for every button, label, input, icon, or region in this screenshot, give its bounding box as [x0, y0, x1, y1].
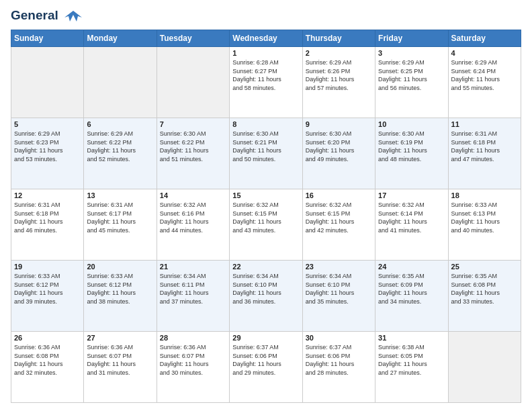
- day-info: Sunrise: 6:29 AM Sunset: 6:25 PM Dayligh…: [378, 58, 445, 92]
- day-number: 3: [378, 49, 445, 57]
- calendar-cell: 17Sunrise: 6:32 AM Sunset: 6:14 PM Dayli…: [375, 189, 448, 261]
- calendar-cell: 23Sunrise: 6:34 AM Sunset: 6:10 PM Dayli…: [302, 261, 375, 332]
- day-info: Sunrise: 6:31 AM Sunset: 6:17 PM Dayligh…: [87, 201, 153, 234]
- calendar-dow-saturday: Saturday: [448, 30, 521, 47]
- calendar-dow-thursday: Thursday: [302, 30, 375, 47]
- page: General SundayMondayTuesdayWednesdayThur…: [0, 0, 532, 411]
- calendar-cell: 27Sunrise: 6:36 AM Sunset: 6:07 PM Dayli…: [84, 332, 157, 403]
- calendar-dow-friday: Friday: [375, 30, 448, 47]
- day-info: Sunrise: 6:34 AM Sunset: 6:10 PM Dayligh…: [306, 272, 372, 306]
- day-info: Sunrise: 6:29 AM Sunset: 6:23 PM Dayligh…: [14, 130, 81, 163]
- calendar-cell: 10Sunrise: 6:30 AM Sunset: 6:19 PM Dayli…: [375, 118, 448, 189]
- day-number: 6: [87, 120, 153, 128]
- calendar-cell: 4Sunrise: 6:29 AM Sunset: 6:24 PM Daylig…: [448, 47, 521, 118]
- calendar-week-row: 12Sunrise: 6:31 AM Sunset: 6:18 PM Dayli…: [11, 189, 521, 261]
- calendar-cell: 16Sunrise: 6:32 AM Sunset: 6:15 PM Dayli…: [302, 189, 375, 261]
- header: General: [11, 8, 521, 24]
- day-number: 30: [306, 334, 372, 342]
- day-info: Sunrise: 6:35 AM Sunset: 6:09 PM Dayligh…: [378, 272, 445, 306]
- calendar-week-row: 1Sunrise: 6:28 AM Sunset: 6:27 PM Daylig…: [11, 47, 521, 118]
- calendar-cell: [157, 47, 229, 118]
- calendar-cell: 13Sunrise: 6:31 AM Sunset: 6:17 PM Dayli…: [84, 189, 157, 261]
- calendar-cell: 31Sunrise: 6:38 AM Sunset: 6:05 PM Dayli…: [375, 332, 448, 403]
- day-info: Sunrise: 6:30 AM Sunset: 6:22 PM Dayligh…: [160, 130, 226, 163]
- day-number: 15: [232, 191, 299, 199]
- calendar-cell: 11Sunrise: 6:31 AM Sunset: 6:18 PM Dayli…: [448, 118, 521, 189]
- day-number: 31: [378, 334, 445, 342]
- day-number: 11: [451, 120, 518, 128]
- day-number: 19: [14, 263, 81, 271]
- calendar-table: SundayMondayTuesdayWednesdayThursdayFrid…: [11, 30, 521, 403]
- day-info: Sunrise: 6:36 AM Sunset: 6:07 PM Dayligh…: [160, 343, 226, 377]
- day-info: Sunrise: 6:29 AM Sunset: 6:26 PM Dayligh…: [306, 58, 372, 92]
- day-number: 21: [160, 263, 226, 271]
- calendar-cell: 29Sunrise: 6:37 AM Sunset: 6:06 PM Dayli…: [230, 332, 302, 403]
- day-info: Sunrise: 6:33 AM Sunset: 6:13 PM Dayligh…: [451, 201, 518, 234]
- calendar-cell: 30Sunrise: 6:37 AM Sunset: 6:06 PM Dayli…: [302, 332, 375, 403]
- day-number: 1: [232, 49, 299, 57]
- calendar-week-row: 19Sunrise: 6:33 AM Sunset: 6:12 PM Dayli…: [11, 261, 521, 332]
- day-number: 14: [160, 191, 226, 199]
- calendar-cell: 15Sunrise: 6:32 AM Sunset: 6:15 PM Dayli…: [230, 189, 302, 261]
- day-info: Sunrise: 6:29 AM Sunset: 6:24 PM Dayligh…: [451, 58, 518, 92]
- day-info: Sunrise: 6:36 AM Sunset: 6:08 PM Dayligh…: [14, 343, 81, 377]
- calendar-week-row: 26Sunrise: 6:36 AM Sunset: 6:08 PM Dayli…: [11, 332, 521, 403]
- day-number: 23: [306, 263, 372, 271]
- calendar-cell: 19Sunrise: 6:33 AM Sunset: 6:12 PM Dayli…: [11, 261, 84, 332]
- calendar-dow-tuesday: Tuesday: [157, 30, 229, 47]
- calendar-cell: 21Sunrise: 6:34 AM Sunset: 6:11 PM Dayli…: [157, 261, 229, 332]
- day-number: 20: [87, 263, 153, 271]
- day-number: 5: [14, 120, 81, 128]
- calendar-cell: 28Sunrise: 6:36 AM Sunset: 6:07 PM Dayli…: [157, 332, 229, 403]
- logo-general: General: [11, 8, 83, 24]
- day-number: 2: [306, 49, 372, 57]
- calendar-cell: [448, 332, 521, 403]
- day-number: 27: [87, 334, 153, 342]
- day-info: Sunrise: 6:33 AM Sunset: 6:12 PM Dayligh…: [14, 272, 81, 306]
- day-info: Sunrise: 6:31 AM Sunset: 6:18 PM Dayligh…: [14, 201, 81, 234]
- day-number: 18: [451, 191, 518, 199]
- calendar-week-row: 5Sunrise: 6:29 AM Sunset: 6:23 PM Daylig…: [11, 118, 521, 189]
- calendar-header-row: SundayMondayTuesdayWednesdayThursdayFrid…: [11, 30, 521, 47]
- svg-marker-0: [64, 11, 82, 21]
- day-info: Sunrise: 6:30 AM Sunset: 6:20 PM Dayligh…: [306, 130, 372, 163]
- day-info: Sunrise: 6:30 AM Sunset: 6:21 PM Dayligh…: [232, 130, 299, 163]
- calendar-cell: [11, 47, 84, 118]
- day-info: Sunrise: 6:31 AM Sunset: 6:18 PM Dayligh…: [451, 130, 518, 163]
- day-number: 10: [378, 120, 445, 128]
- day-number: 12: [14, 191, 81, 199]
- calendar-cell: 3Sunrise: 6:29 AM Sunset: 6:25 PM Daylig…: [375, 47, 448, 118]
- day-info: Sunrise: 6:32 AM Sunset: 6:15 PM Dayligh…: [232, 201, 299, 234]
- calendar-cell: 1Sunrise: 6:28 AM Sunset: 6:27 PM Daylig…: [230, 47, 302, 118]
- day-number: 7: [160, 120, 226, 128]
- calendar-dow-monday: Monday: [84, 30, 157, 47]
- day-number: 8: [232, 120, 299, 128]
- day-info: Sunrise: 6:34 AM Sunset: 6:11 PM Dayligh…: [160, 272, 226, 306]
- calendar-cell: 14Sunrise: 6:32 AM Sunset: 6:16 PM Dayli…: [157, 189, 229, 261]
- calendar-cell: 18Sunrise: 6:33 AM Sunset: 6:13 PM Dayli…: [448, 189, 521, 261]
- day-info: Sunrise: 6:32 AM Sunset: 6:16 PM Dayligh…: [160, 201, 226, 234]
- day-info: Sunrise: 6:32 AM Sunset: 6:14 PM Dayligh…: [378, 201, 445, 234]
- calendar-cell: 26Sunrise: 6:36 AM Sunset: 6:08 PM Dayli…: [11, 332, 84, 403]
- day-number: 26: [14, 334, 81, 342]
- calendar-dow-sunday: Sunday: [11, 30, 84, 47]
- day-number: 16: [306, 191, 372, 199]
- day-info: Sunrise: 6:37 AM Sunset: 6:06 PM Dayligh…: [306, 343, 372, 377]
- day-number: 25: [451, 263, 518, 271]
- day-number: 28: [160, 334, 226, 342]
- calendar-cell: 8Sunrise: 6:30 AM Sunset: 6:21 PM Daylig…: [230, 118, 302, 189]
- day-info: Sunrise: 6:34 AM Sunset: 6:10 PM Dayligh…: [232, 272, 299, 306]
- day-number: 17: [378, 191, 445, 199]
- calendar-cell: 12Sunrise: 6:31 AM Sunset: 6:18 PM Dayli…: [11, 189, 84, 261]
- day-number: 4: [451, 49, 518, 57]
- day-info: Sunrise: 6:33 AM Sunset: 6:12 PM Dayligh…: [87, 272, 153, 306]
- day-info: Sunrise: 6:30 AM Sunset: 6:19 PM Dayligh…: [378, 130, 445, 163]
- calendar-cell: 7Sunrise: 6:30 AM Sunset: 6:22 PM Daylig…: [157, 118, 229, 189]
- calendar-cell: 2Sunrise: 6:29 AM Sunset: 6:26 PM Daylig…: [302, 47, 375, 118]
- calendar-cell: [84, 47, 157, 118]
- day-info: Sunrise: 6:37 AM Sunset: 6:06 PM Dayligh…: [232, 343, 299, 377]
- day-info: Sunrise: 6:28 AM Sunset: 6:27 PM Dayligh…: [232, 58, 299, 92]
- calendar-cell: 5Sunrise: 6:29 AM Sunset: 6:23 PM Daylig…: [11, 118, 84, 189]
- calendar-cell: 20Sunrise: 6:33 AM Sunset: 6:12 PM Dayli…: [84, 261, 157, 332]
- calendar-cell: 24Sunrise: 6:35 AM Sunset: 6:09 PM Dayli…: [375, 261, 448, 332]
